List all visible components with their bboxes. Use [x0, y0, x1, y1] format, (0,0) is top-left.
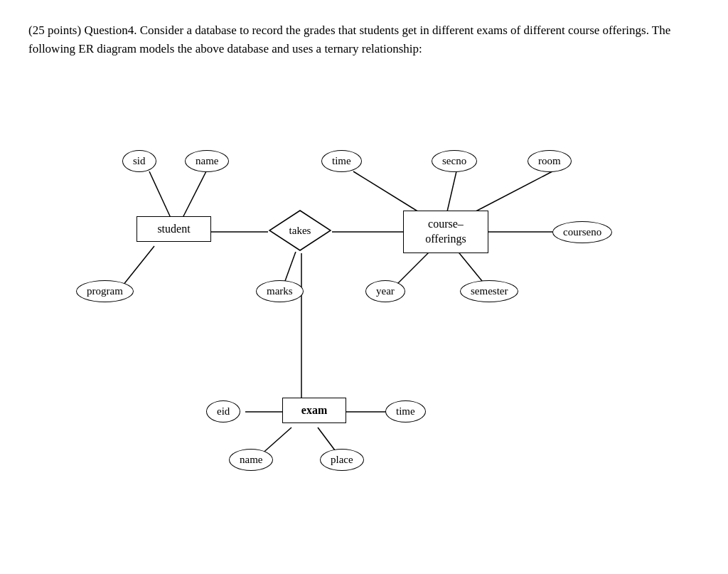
- year-node: year: [365, 280, 405, 302]
- sid-node: sid: [122, 150, 156, 172]
- er-diagram: sid name time secno room student takes c…: [44, 79, 684, 484]
- exam-node: exam: [282, 398, 346, 423]
- program-node: program: [76, 280, 134, 302]
- time-co-node: time: [321, 150, 362, 172]
- secno-node: secno: [432, 150, 477, 172]
- room-node: room: [528, 150, 572, 172]
- svg-line-0: [149, 171, 171, 218]
- semester-node: semester: [460, 280, 518, 302]
- courseno-node: courseno: [552, 221, 612, 243]
- question-text: (25 points) Question4. Consider a databa…: [28, 21, 700, 58]
- svg-line-1: [183, 171, 206, 218]
- takes-node: takes: [268, 209, 332, 252]
- time-exam-node: time: [385, 400, 426, 422]
- diagram-lines: [44, 79, 684, 484]
- marks-node: marks: [256, 280, 304, 302]
- course-offerings-node: course– offerings: [403, 211, 488, 253]
- name-exam-node: name: [229, 449, 273, 471]
- place-node: place: [320, 449, 364, 471]
- student-node: student: [136, 216, 211, 242]
- name-student-node: name: [185, 150, 229, 172]
- eid-node: eid: [206, 400, 240, 422]
